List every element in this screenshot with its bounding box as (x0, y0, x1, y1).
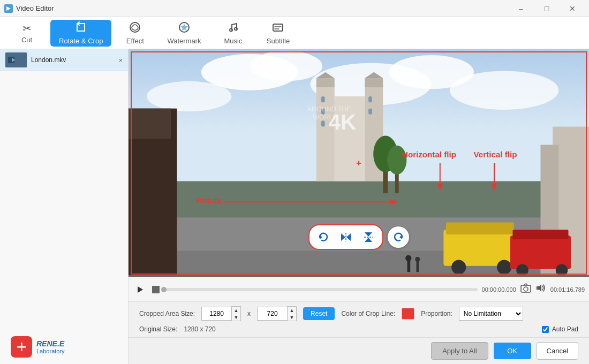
tab-rotate-crop[interactable]: Rotate & Crop (50, 20, 111, 47)
reset-button[interactable]: Reset (303, 307, 335, 320)
tab-watermark-label: Watermark (167, 37, 201, 45)
apply-to-all-button[interactable]: Apply to All (431, 342, 488, 360)
vertical-flip-button[interactable] (359, 228, 378, 247)
svg-point-14 (450, 71, 559, 110)
watermark-icon (178, 21, 190, 36)
svg-marker-66 (346, 233, 351, 241)
width-input[interactable] (201, 307, 231, 321)
flip-controls-group (308, 224, 383, 250)
logo-sub: Laboratory (36, 348, 65, 354)
file-item[interactable]: London.mkv × (0, 49, 128, 71)
cropped-area-label: Cropped Area Size: (139, 310, 195, 317)
svg-rect-78 (21, 343, 22, 351)
original-label: Original Size: (139, 325, 177, 333)
main-content: London.mkv × (0, 49, 589, 364)
svg-marker-75 (537, 284, 541, 292)
logo-text-area: RENE.E Laboratory (36, 339, 65, 354)
tab-subtitle[interactable]: Subtitle (256, 20, 299, 47)
svg-rect-30 (368, 109, 372, 115)
playback-bar: 00:00:00.000 00:01:16.789 (129, 277, 589, 301)
file-thumbnail (5, 52, 27, 67)
video-preview: 4K AROUND THE WORLD + Horizontal flip V (129, 49, 589, 277)
height-spinners: ▲ ▼ (287, 306, 297, 321)
svg-rect-22 (316, 78, 335, 87)
height-down-button[interactable]: ▼ (288, 314, 296, 321)
window-title: Video Editor (16, 4, 54, 12)
crop-color-swatch[interactable] (402, 308, 414, 320)
title-bar: Video Editor – □ ✕ (0, 0, 589, 17)
svg-marker-71 (399, 235, 402, 239)
width-down-button[interactable]: ▼ (232, 314, 240, 321)
svg-point-46 (556, 264, 568, 276)
height-up-button[interactable]: ▲ (288, 307, 296, 314)
auto-pad-checkbox[interactable] (542, 326, 549, 333)
svg-rect-36 (129, 109, 171, 139)
title-bar-controls: – □ ✕ (509, 0, 585, 17)
screenshot-icon[interactable] (520, 283, 531, 295)
svg-point-42 (497, 260, 511, 275)
svg-marker-65 (341, 233, 345, 241)
width-input-group: ▲ ▼ (201, 306, 241, 321)
video-frame: 4K AROUND THE WORLD + Horizontal flip V (129, 49, 589, 277)
file-name: London.mkv (31, 56, 66, 64)
effect-icon (129, 21, 141, 36)
proportion-label: Proportion: (421, 310, 452, 317)
svg-point-4 (235, 27, 237, 30)
tab-music-label: Music (224, 37, 242, 45)
svg-point-11 (250, 51, 322, 81)
svg-text:AROUND THE: AROUND THE (307, 105, 351, 113)
height-input[interactable] (257, 307, 287, 321)
file-list: London.mkv × (0, 49, 128, 364)
horizontal-flip-button[interactable] (336, 228, 356, 247)
subtitle-icon (272, 21, 284, 36)
svg-rect-51 (129, 275, 589, 277)
tab-cut[interactable]: ✂ Cut (5, 20, 48, 47)
tab-effect[interactable]: Effect (114, 20, 156, 47)
stop-button[interactable] (152, 286, 160, 293)
width-up-button[interactable]: ▲ (232, 307, 240, 314)
file-close-button[interactable]: × (118, 56, 123, 64)
svg-marker-69 (365, 238, 372, 242)
tab-bar: ✂ Cut Rotate & Crop Effect Wate (0, 17, 589, 49)
proportion-select[interactable]: No Limitation 16:9 4:3 1:1 9:16 (459, 307, 523, 321)
crosshair: + (356, 158, 361, 168)
tab-watermark[interactable]: Watermark (158, 20, 209, 47)
volume-icon[interactable] (535, 283, 546, 295)
progress-thumb (161, 287, 167, 292)
logo-icon (11, 336, 32, 358)
svg-rect-5 (273, 24, 283, 31)
tab-music[interactable]: Music (212, 20, 254, 47)
cancel-button[interactable]: Cancel (537, 342, 578, 360)
tab-effect-label: Effect (126, 37, 144, 45)
logo-brand: RENE.E (36, 339, 65, 348)
rotate-left-button[interactable] (314, 228, 333, 247)
auto-pad-label: Auto Pad (552, 325, 578, 333)
auto-pad-row: Auto Pad (542, 325, 578, 333)
svg-point-34 (387, 146, 406, 175)
minimize-button[interactable]: – (509, 0, 533, 17)
ok-button[interactable]: OK (494, 343, 531, 359)
svg-rect-49 (417, 261, 419, 272)
svg-point-41 (451, 260, 466, 275)
time-end: 00:01:16.789 (550, 286, 585, 293)
original-value: 1280 x 720 (184, 325, 215, 333)
left-panel: London.mkv × (0, 49, 129, 364)
svg-point-15 (147, 81, 231, 112)
svg-point-50 (415, 257, 420, 262)
progress-bar[interactable] (164, 288, 478, 291)
x-separator: x (247, 310, 251, 317)
action-bar: Apply to All OK Cancel (129, 337, 589, 364)
svg-rect-23 (365, 78, 383, 87)
svg-point-74 (524, 287, 528, 291)
app-icon (4, 4, 13, 13)
cut-icon: ✂ (22, 22, 32, 35)
settings-row-2: Original Size: 1280 x 720 Auto Pad (139, 325, 578, 333)
maximize-button[interactable]: □ (534, 0, 559, 17)
svg-rect-43 (510, 236, 571, 269)
svg-marker-64 (320, 235, 322, 239)
rotate-right-button[interactable] (388, 226, 409, 248)
tab-cut-label: Cut (21, 36, 32, 44)
play-button[interactable] (133, 282, 148, 297)
svg-marker-72 (138, 286, 143, 293)
close-button[interactable]: ✕ (560, 0, 585, 17)
